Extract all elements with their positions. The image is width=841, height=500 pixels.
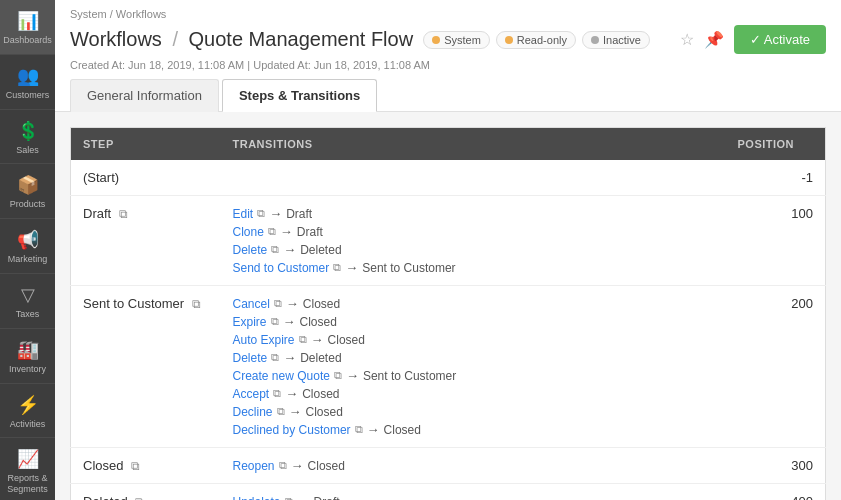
badge-dot xyxy=(591,36,599,44)
transition-copy-icon[interactable]: ⧉ xyxy=(271,243,279,256)
inventory-icon: 🏭 xyxy=(17,339,39,361)
transition-arrow: → xyxy=(291,458,304,473)
transition-target: Draft xyxy=(297,225,323,239)
transition-item: Expire⧉→Closed xyxy=(233,314,714,329)
header: System / Workflows Workflows / Quote Man… xyxy=(55,0,841,112)
sidebar: 📊Dashboards👥Customers💲Sales📦Products📢Mar… xyxy=(0,0,55,500)
transition-item: Edit⧉→Draft xyxy=(233,206,714,221)
transition-name[interactable]: Accept xyxy=(233,387,270,401)
transition-copy-icon[interactable]: ⧉ xyxy=(333,261,341,274)
transition-item: Create new Quote⧉→Sent to Customer xyxy=(233,368,714,383)
transition-arrow: → xyxy=(285,386,298,401)
sidebar-label: Inventory xyxy=(9,364,46,375)
transition-name[interactable]: Undelete xyxy=(233,495,281,501)
transition-target: Closed xyxy=(328,333,365,347)
step-copy-icon[interactable]: ⧉ xyxy=(119,207,128,221)
title-left: Workflows / Quote Management Flow System… xyxy=(70,28,650,51)
sidebar-label: Taxes xyxy=(16,309,40,320)
transition-target: Closed xyxy=(300,315,337,329)
step-copy-icon[interactable]: ⧉ xyxy=(131,459,140,473)
sidebar-item-activities[interactable]: ⚡Activities xyxy=(0,384,55,439)
transition-copy-icon[interactable]: ⧉ xyxy=(334,369,342,382)
transition-item: Declined by Customer⧉→Closed xyxy=(233,422,714,437)
sales-icon: 💲 xyxy=(17,120,39,142)
marketing-icon: 📢 xyxy=(17,229,39,251)
transition-target: Closed xyxy=(308,459,345,473)
transition-arrow: → xyxy=(297,494,310,500)
table-row: Sent to Customer ⧉Cancel⧉→ClosedExpire⧉→… xyxy=(71,286,826,448)
transition-target: Closed xyxy=(306,405,343,419)
transition-target: Sent to Customer xyxy=(363,369,456,383)
transition-target: Deleted xyxy=(300,243,341,257)
sidebar-item-sales[interactable]: 💲Sales xyxy=(0,110,55,165)
table-row: Deleted ⧉Undelete⧉→Draft400 xyxy=(71,484,826,501)
col-header-position: POSITION xyxy=(726,128,826,161)
transition-name[interactable]: Declined by Customer xyxy=(233,423,351,437)
transition-name[interactable]: Send to Customer xyxy=(233,261,330,275)
content-area[interactable]: STEPTRANSITIONSPOSITION (Start)-1Draft ⧉… xyxy=(55,112,841,500)
step-name: Sent to Customer xyxy=(83,296,184,311)
transition-name[interactable]: Decline xyxy=(233,405,273,419)
sidebar-item-marketing[interactable]: 📢Marketing xyxy=(0,219,55,274)
transition-item: Decline⧉→Closed xyxy=(233,404,714,419)
transition-name[interactable]: Clone xyxy=(233,225,264,239)
transition-copy-icon[interactable]: ⧉ xyxy=(273,387,281,400)
star-icon[interactable]: ☆ xyxy=(680,30,694,49)
step-copy-icon[interactable]: ⧉ xyxy=(135,495,144,500)
step-cell: Deleted ⧉ xyxy=(71,484,221,501)
transition-copy-icon[interactable]: ⧉ xyxy=(268,225,276,238)
pin-icon[interactable]: 📌 xyxy=(704,30,724,49)
transition-copy-icon[interactable]: ⧉ xyxy=(271,315,279,328)
transition-name[interactable]: Create new Quote xyxy=(233,369,330,383)
sidebar-item-taxes[interactable]: ▽Taxes xyxy=(0,274,55,329)
sidebar-item-customers[interactable]: 👥Customers xyxy=(0,55,55,110)
sidebar-item-products[interactable]: 📦Products xyxy=(0,164,55,219)
transition-item: Undelete⧉→Draft xyxy=(233,494,714,500)
dashboards-icon: 📊 xyxy=(17,10,39,32)
transition-target: Closed xyxy=(302,387,339,401)
transition-target: Draft xyxy=(286,207,312,221)
sidebar-label: Activities xyxy=(10,419,46,430)
col-header-transitions: TRANSITIONS xyxy=(221,128,726,161)
transition-item: Cancel⧉→Closed xyxy=(233,296,714,311)
sidebar-item-dashboards[interactable]: 📊Dashboards xyxy=(0,0,55,55)
transition-copy-icon[interactable]: ⧉ xyxy=(257,207,265,220)
step-cell: Draft ⧉ xyxy=(71,196,221,286)
transition-copy-icon[interactable]: ⧉ xyxy=(274,297,282,310)
transition-copy-icon[interactable]: ⧉ xyxy=(277,405,285,418)
title-row: Workflows / Quote Management Flow System… xyxy=(70,25,826,54)
tab-steps--transitions[interactable]: Steps & Transitions xyxy=(222,79,377,112)
transition-arrow: → xyxy=(286,296,299,311)
transition-name[interactable]: Auto Expire xyxy=(233,333,295,347)
transition-item: Reopen⧉→Closed xyxy=(233,458,714,473)
taxes-icon: ▽ xyxy=(21,284,35,306)
main-content: System / Workflows Workflows / Quote Man… xyxy=(55,0,841,500)
transition-name[interactable]: Delete xyxy=(233,243,268,257)
activate-button[interactable]: ✓ Activate xyxy=(734,25,826,54)
transition-arrow: → xyxy=(345,260,358,275)
transition-copy-icon[interactable]: ⧉ xyxy=(285,495,293,500)
transition-copy-icon[interactable]: ⧉ xyxy=(355,423,363,436)
position-cell: 100 xyxy=(726,196,826,286)
table-row: (Start)-1 xyxy=(71,160,826,196)
transition-copy-icon[interactable]: ⧉ xyxy=(299,333,307,346)
sidebar-item-reports[interactable]: 📈Reports & Segments xyxy=(0,438,55,500)
transition-name[interactable]: Expire xyxy=(233,315,267,329)
transition-name[interactable]: Reopen xyxy=(233,459,275,473)
transition-name[interactable]: Delete xyxy=(233,351,268,365)
page-title: Workflows / Quote Management Flow xyxy=(70,28,413,51)
transition-item: Accept⧉→Closed xyxy=(233,386,714,401)
transition-arrow: → xyxy=(280,224,293,239)
step-copy-icon[interactable]: ⧉ xyxy=(192,297,201,311)
sidebar-label: Sales xyxy=(16,145,39,156)
transition-arrow: → xyxy=(367,422,380,437)
transition-copy-icon[interactable]: ⧉ xyxy=(271,351,279,364)
transitions-cell xyxy=(221,160,726,196)
transition-copy-icon[interactable]: ⧉ xyxy=(279,459,287,472)
tab-general-information[interactable]: General Information xyxy=(70,79,219,112)
transition-name[interactable]: Edit xyxy=(233,207,254,221)
transitions-cell: Reopen⧉→Closed xyxy=(221,448,726,484)
status-badge: Inactive xyxy=(582,31,650,49)
transition-name[interactable]: Cancel xyxy=(233,297,270,311)
sidebar-item-inventory[interactable]: 🏭Inventory xyxy=(0,329,55,384)
